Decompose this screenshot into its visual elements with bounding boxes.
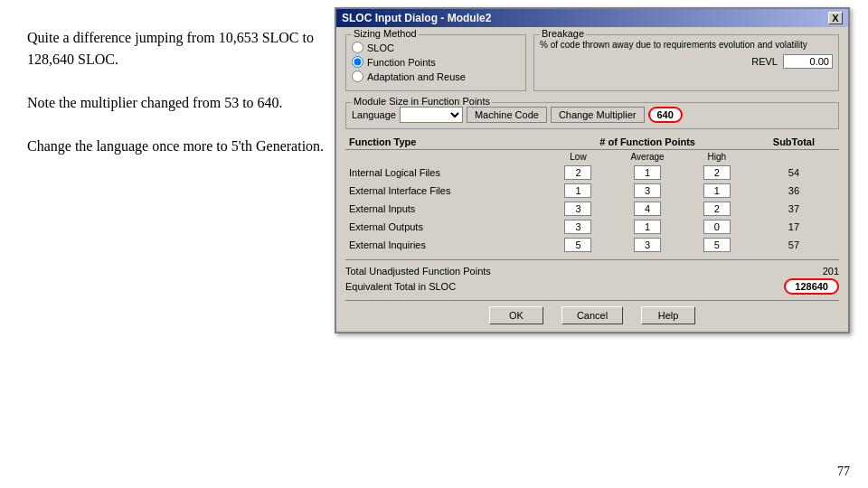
left-text-area: Quite a difference jumping from 10,653 S…: [27, 27, 335, 179]
col-avg: Average: [610, 150, 685, 164]
row-4-subtotal: 57: [749, 236, 839, 254]
row-3-low[interactable]: [564, 220, 591, 234]
equivalent-label: Equivalent Total in SLOC: [345, 281, 456, 292]
radio-adapt-row: Adaptation and Reuse: [352, 70, 520, 82]
fp-table: Function Type # of Function Points SubTo…: [345, 135, 839, 254]
table-row: External Outputs 17: [345, 218, 839, 236]
row-name-1: External Interface Files: [345, 182, 546, 200]
row-4-high[interactable]: [703, 238, 731, 252]
row-3-subtotal: 17: [749, 218, 839, 236]
row-2-high[interactable]: [703, 202, 731, 216]
row-2-subtotal: 37: [749, 200, 839, 218]
row-3-high[interactable]: [703, 220, 731, 234]
radio-function-points[interactable]: [352, 56, 363, 68]
top-sections: Sizing Method SLOC Function Points Adapt…: [345, 34, 839, 97]
unadjusted-label: Total Unadjusted Function Points: [345, 266, 491, 277]
col-fp-header: # of Function Points: [546, 135, 748, 150]
totals-section: Total Unadjusted Function Points 201 Equ…: [345, 259, 839, 295]
row-name-2: External Inputs: [345, 200, 546, 218]
module-size-group: Module Size in Function Points Language …: [345, 102, 839, 129]
dialog-body: Sizing Method SLOC Function Points Adapt…: [336, 27, 848, 332]
row-1-subtotal: 36: [749, 182, 839, 200]
table-sub-header: Low Average High: [345, 150, 839, 164]
module-size-label: Module Size in Function Points: [352, 96, 492, 107]
help-button[interactable]: Help: [641, 306, 695, 324]
sizing-method-label: Sizing Method: [352, 28, 419, 39]
row-0-high[interactable]: [703, 165, 731, 180]
table-row: External Inquiries 57: [345, 236, 839, 254]
page-number: 77: [837, 465, 850, 479]
dialog-titlebar: SLOC Input Dialog - Module2 X: [336, 9, 848, 27]
radio-fp-label: Function Points: [367, 57, 436, 68]
row-name-0: Internal Logical Files: [345, 164, 546, 182]
paragraph-2: Note the multiplier changed from 53 to 6…: [27, 92, 335, 114]
row-name-4: External Inquiries: [345, 236, 546, 254]
dialog-title: SLOC Input Dialog - Module2: [342, 12, 491, 24]
revl-input[interactable]: [783, 54, 833, 69]
col-subtotal: SubTotal: [749, 135, 839, 150]
revl-row: REVL: [540, 54, 833, 69]
row-1-avg[interactable]: [634, 183, 661, 198]
table-row: External Interface Files 36: [345, 182, 839, 200]
row-4-low[interactable]: [564, 238, 591, 252]
equivalent-value: 128640: [784, 278, 839, 295]
close-button[interactable]: X: [828, 12, 843, 24]
revl-label: REVL: [751, 56, 778, 67]
table-header-row: Function Type # of Function Points SubTo…: [345, 135, 839, 150]
fp-table-body: Internal Logical Files 54 External Inter…: [345, 164, 839, 254]
table-row: External Inputs 37: [345, 200, 839, 218]
row-1-high[interactable]: [703, 183, 731, 198]
change-multiplier-button[interactable]: Change Multiplier: [551, 107, 645, 123]
row-name-3: External Outputs: [345, 218, 546, 236]
row-2-low[interactable]: [564, 202, 591, 216]
table-row: Internal Logical Files 54: [345, 164, 839, 182]
row-2-avg[interactable]: [634, 202, 661, 216]
radio-sloc[interactable]: [352, 42, 363, 53]
equivalent-total-row: Equivalent Total in SLOC 128640: [345, 278, 839, 295]
col-low: Low: [546, 150, 609, 164]
breakage-description: % of code thrown away due to requirement…: [540, 39, 833, 51]
row-0-subtotal: 54: [749, 164, 839, 182]
radio-sloc-label: SLOC: [367, 42, 394, 53]
cancel-button[interactable]: Cancel: [561, 306, 623, 324]
row-0-avg[interactable]: [634, 165, 661, 180]
paragraph-1: Quite a difference jumping from 10,653 S…: [27, 27, 335, 70]
module-size-row: Language Machine Code Change Multiplier …: [352, 107, 833, 123]
unadjusted-total-row: Total Unadjusted Function Points 201: [345, 266, 839, 277]
radio-sloc-row: SLOC: [352, 42, 520, 53]
breakage-label: Breakage: [540, 28, 586, 39]
language-dropdown[interactable]: [400, 107, 463, 123]
sizing-method-group: Sizing Method SLOC Function Points Adapt…: [345, 34, 526, 91]
row-1-low[interactable]: [564, 183, 591, 198]
col-function-type: Function Type: [345, 135, 546, 150]
breakage-group: Breakage % of code thrown away due to re…: [533, 34, 839, 91]
radio-adapt-label: Adaptation and Reuse: [367, 71, 466, 82]
col-high: High: [685, 150, 749, 164]
unadjusted-value: 201: [785, 266, 839, 277]
dialog-buttons: OK Cancel Help: [345, 300, 839, 324]
row-4-avg[interactable]: [634, 238, 661, 252]
row-3-avg[interactable]: [634, 220, 661, 234]
row-0-low[interactable]: [564, 165, 591, 180]
sloc-input-dialog: SLOC Input Dialog - Module2 X Sizing Met…: [335, 7, 850, 333]
language-label: Language: [352, 109, 396, 120]
ok-button[interactable]: OK: [489, 306, 543, 324]
paragraph-3: Change the language once more to 5'th Ge…: [27, 136, 335, 157]
machine-code-button[interactable]: Machine Code: [467, 107, 547, 123]
radio-adaptation[interactable]: [352, 70, 363, 82]
multiplier-value: 640: [648, 107, 683, 123]
radio-fp-row: Function Points: [352, 56, 520, 68]
